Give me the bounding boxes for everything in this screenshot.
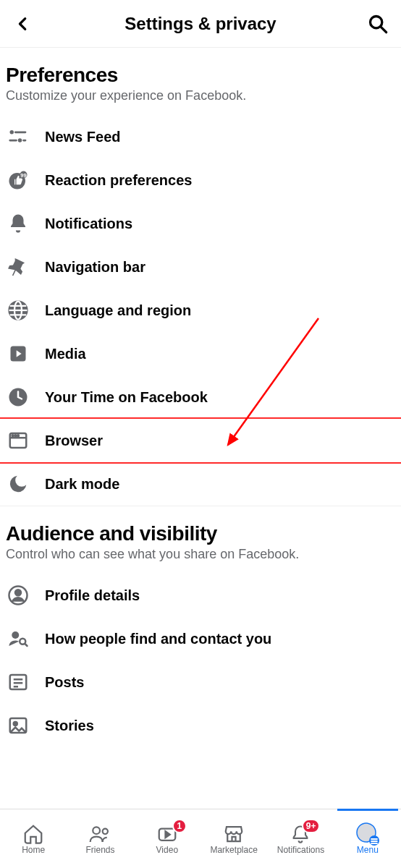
clock-icon xyxy=(6,385,30,409)
row-label: Language and region xyxy=(45,302,191,319)
row-label: Media xyxy=(45,346,86,362)
row-label: Reaction preferences xyxy=(45,172,192,189)
content: Preferences Customize your experience on… xyxy=(0,48,401,747)
preferences-list: News Feed 99 Reaction preferences Notifi… xyxy=(0,115,401,506)
tab-label: Home xyxy=(22,845,45,855)
svg-line-1 xyxy=(381,27,387,33)
section-preferences-header: Preferences Customize your experience on… xyxy=(0,48,401,108)
person-search-icon xyxy=(6,626,30,651)
row-profile-details[interactable]: Profile details xyxy=(0,574,401,617)
browser-window-icon xyxy=(6,428,30,453)
svg-point-19 xyxy=(17,435,19,436)
tab-marketplace[interactable]: Marketplace xyxy=(200,809,267,868)
row-stories[interactable]: Stories xyxy=(0,704,401,747)
tab-notifications[interactable]: 9+ Notifications xyxy=(267,809,334,868)
globe-icon xyxy=(6,298,30,323)
row-label: Browser xyxy=(45,433,103,449)
bell-icon: 9+ xyxy=(288,823,313,845)
row-posts[interactable]: Posts xyxy=(0,660,401,704)
row-navigation-bar[interactable]: Navigation bar xyxy=(0,245,401,289)
header: Settings & privacy xyxy=(0,0,401,48)
play-square-icon xyxy=(6,341,30,366)
svg-point-17 xyxy=(12,435,14,436)
like-icon: 99 xyxy=(6,168,30,192)
badge-notifications: 9+ xyxy=(302,819,321,833)
friends-icon xyxy=(88,823,112,845)
row-label: How people find and contact you xyxy=(45,631,271,647)
page-title: Settings & privacy xyxy=(124,14,276,34)
tab-menu[interactable]: Menu xyxy=(334,809,401,868)
image-icon xyxy=(6,713,30,738)
row-language-region[interactable]: Language and region xyxy=(0,289,401,332)
section-audience-header: Audience and visibility Control who can … xyxy=(0,506,401,566)
audience-list: Profile details How people find and cont… xyxy=(0,574,401,747)
section-subtitle-audience: Control who can see what you share on Fa… xyxy=(6,547,395,562)
section-title-preferences: Preferences xyxy=(6,64,395,87)
row-label: News Feed xyxy=(45,129,120,145)
badge-video: 1 xyxy=(172,819,187,833)
svg-text:99: 99 xyxy=(20,172,26,179)
svg-point-2 xyxy=(10,130,14,135)
row-notifications[interactable]: Notifications xyxy=(0,202,401,245)
svg-point-32 xyxy=(93,827,101,834)
svg-point-4 xyxy=(18,138,22,142)
tab-bar: Home Friends 1 Video Marketplace 9+ Noti… xyxy=(0,809,401,868)
svg-point-23 xyxy=(20,639,25,644)
tab-friends[interactable]: Friends xyxy=(67,809,133,868)
tab-home[interactable]: Home xyxy=(0,809,67,868)
home-icon xyxy=(21,823,46,845)
tab-label: Notifications xyxy=(277,845,324,855)
search-icon xyxy=(368,14,388,34)
row-browser[interactable]: Browser xyxy=(0,417,401,464)
profile-circle-icon xyxy=(6,583,30,608)
row-label: Stories xyxy=(45,718,94,734)
row-label: Dark mode xyxy=(45,476,119,493)
video-icon: 1 xyxy=(155,823,180,845)
tab-label: Friends xyxy=(85,845,114,855)
tab-label: Menu xyxy=(357,845,379,855)
row-label: Navigation bar xyxy=(45,259,145,276)
menu-avatar-icon xyxy=(355,823,380,845)
row-label: Profile details xyxy=(45,587,140,604)
svg-point-18 xyxy=(14,435,16,436)
row-dark-mode[interactable]: Dark mode xyxy=(0,462,401,506)
row-label: Posts xyxy=(45,674,84,691)
svg-point-22 xyxy=(12,631,19,639)
row-find-contact[interactable]: How people find and contact you xyxy=(0,617,401,660)
chevron-left-icon xyxy=(15,16,31,32)
tab-label: Marketplace xyxy=(210,845,257,855)
row-media[interactable]: Media xyxy=(0,332,401,375)
svg-point-30 xyxy=(14,722,17,726)
search-button[interactable] xyxy=(362,8,394,40)
row-your-time[interactable]: Your Time on Facebook xyxy=(0,375,401,419)
moon-icon xyxy=(6,472,30,496)
marketplace-icon xyxy=(221,823,246,845)
section-subtitle-preferences: Customize your experience on Facebook. xyxy=(6,88,395,103)
svg-point-36 xyxy=(369,835,379,846)
row-news-feed[interactable]: News Feed xyxy=(0,115,401,158)
row-label: Your Time on Facebook xyxy=(45,389,208,406)
back-button[interactable] xyxy=(7,8,39,40)
svg-point-21 xyxy=(15,590,21,595)
bell-icon xyxy=(6,211,30,236)
row-reaction-preferences[interactable]: 99 Reaction preferences xyxy=(0,158,401,202)
pin-icon xyxy=(6,255,30,279)
svg-point-33 xyxy=(103,828,108,833)
sliders-icon xyxy=(6,124,30,149)
section-title-audience: Audience and visibility xyxy=(6,522,395,545)
tab-video[interactable]: 1 Video xyxy=(134,809,200,868)
svg-line-24 xyxy=(25,644,28,647)
posts-icon xyxy=(6,670,30,694)
tab-label: Video xyxy=(156,845,178,855)
row-label: Notifications xyxy=(45,216,132,232)
